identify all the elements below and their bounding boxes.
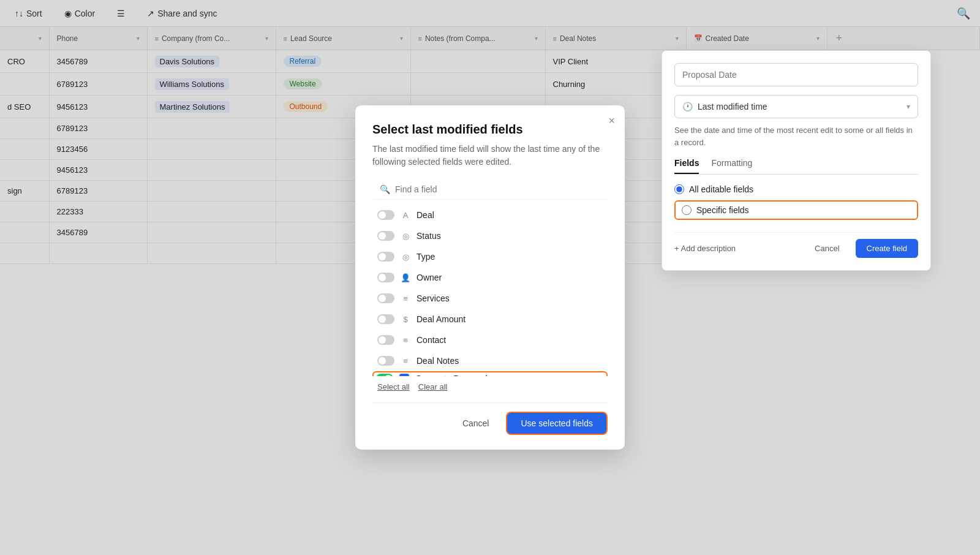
modal-cancel-button[interactable]: Cancel bbox=[451, 413, 500, 434]
modal-search-icon: 🔍 bbox=[380, 184, 390, 194]
icon-deal: A bbox=[401, 211, 410, 220]
label-owner: Owner bbox=[417, 273, 442, 282]
modal-footer-links: Select all Clear all bbox=[372, 376, 608, 393]
label-contact: Contact bbox=[417, 335, 446, 345]
modal-title: Select last modified fields bbox=[372, 123, 608, 137]
field-item-generate-proposal[interactable]: ✓ Generate Proposal bbox=[372, 371, 608, 376]
icon-services: ≡ bbox=[401, 294, 410, 303]
toggle-generate-proposal[interactable] bbox=[376, 374, 393, 376]
toggle-services[interactable] bbox=[377, 293, 394, 303]
toggle-contact[interactable] bbox=[377, 335, 394, 345]
icon-deal-notes: ≡ bbox=[401, 357, 410, 366]
use-selected-button[interactable]: Use selected fields bbox=[506, 412, 608, 435]
label-deal-amount: Deal Amount bbox=[417, 314, 466, 324]
icon-deal-amount: $ bbox=[401, 315, 410, 324]
toggle-deal[interactable] bbox=[377, 210, 394, 220]
icon-owner: 👤 bbox=[401, 273, 410, 282]
field-item-type[interactable]: ◎ Type bbox=[372, 246, 608, 267]
field-list: A Deal ◎ Status ◎ Type 👤 Owner bbox=[372, 205, 608, 376]
field-item-owner[interactable]: 👤 Owner bbox=[372, 267, 608, 288]
clear-all-link[interactable]: Clear all bbox=[418, 382, 448, 391]
label-status: Status bbox=[417, 231, 441, 241]
modal-backdrop: × Select last modified fields The last m… bbox=[0, 0, 980, 555]
select-all-link[interactable]: Select all bbox=[377, 382, 410, 391]
field-item-contact[interactable]: ≡ Contact bbox=[372, 330, 608, 350]
toggle-type[interactable] bbox=[377, 252, 394, 262]
field-item-deal-amount[interactable]: $ Deal Amount bbox=[372, 309, 608, 330]
icon-contact: ≡ bbox=[401, 336, 410, 345]
modal-search-input[interactable] bbox=[395, 184, 600, 194]
field-item-services[interactable]: ≡ Services bbox=[372, 288, 608, 309]
field-item-deal[interactable]: A Deal bbox=[372, 205, 608, 225]
select-fields-modal: × Select last modified fields The last m… bbox=[355, 105, 625, 450]
modal-search-bar: 🔍 bbox=[372, 179, 608, 200]
label-services: Services bbox=[417, 293, 450, 303]
icon-type: ◎ bbox=[401, 252, 410, 262]
modal-description: The last modified time field will show t… bbox=[372, 143, 608, 168]
label-deal: Deal bbox=[417, 210, 434, 220]
toggle-status[interactable] bbox=[377, 231, 394, 241]
field-item-deal-notes[interactable]: ≡ Deal Notes bbox=[372, 350, 608, 371]
modal-close-button[interactable]: × bbox=[608, 115, 615, 126]
field-item-status[interactable]: ◎ Status bbox=[372, 225, 608, 246]
icon-status: ◎ bbox=[401, 232, 410, 241]
label-type: Type bbox=[417, 252, 435, 262]
toggle-owner[interactable] bbox=[377, 273, 394, 282]
checkbox-generate-proposal[interactable]: ✓ bbox=[399, 374, 409, 376]
label-deal-notes: Deal Notes bbox=[417, 356, 459, 366]
modal-actions: Cancel Use selected fields bbox=[372, 402, 608, 435]
toggle-deal-amount[interactable] bbox=[377, 314, 394, 324]
label-generate-proposal: Generate Proposal bbox=[415, 374, 488, 376]
toggle-deal-notes[interactable] bbox=[377, 356, 394, 366]
